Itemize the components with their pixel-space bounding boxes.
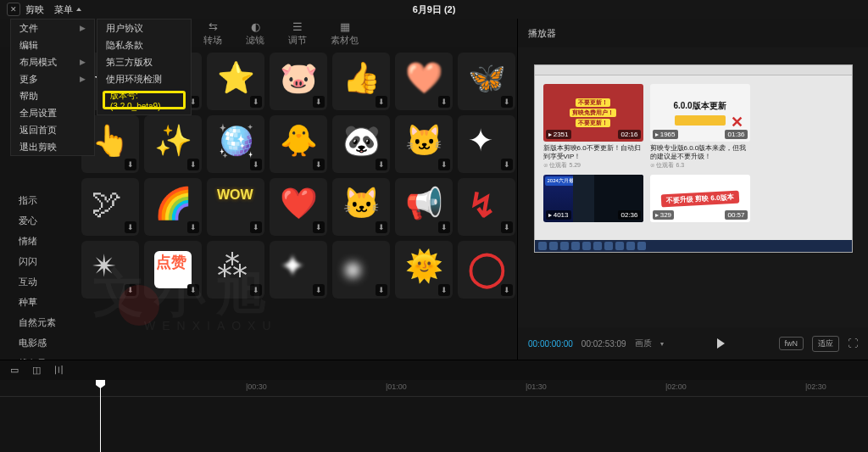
category-自然元素[interactable]: 自然元素 <box>0 312 75 332</box>
fwn-button[interactable]: fwN <box>779 337 804 350</box>
download-icon[interactable]: ⬇ <box>125 159 136 170</box>
quality-select[interactable]: 画质 <box>635 338 652 349</box>
timeline-toolbar: ▭ ◫ 〣 <box>0 360 868 380</box>
sticker-sun[interactable]: 🌞⬇ <box>395 241 453 299</box>
download-icon[interactable]: ⬇ <box>187 159 199 170</box>
sticker-wow-text[interactable]: WOW⬇ <box>207 178 264 236</box>
timeline[interactable]: |00:30|01:00|01:30|02:00|02:30 <box>0 380 868 452</box>
sticker-heart-hands[interactable]: ❤️⬇ <box>270 178 327 236</box>
download-icon[interactable]: ⬇ <box>250 159 262 170</box>
sticker-sparkle-dust[interactable]: ⁂⬇ <box>207 241 264 299</box>
download-icon[interactable]: ⬇ <box>187 221 199 233</box>
download-icon[interactable]: ⬇ <box>438 284 450 296</box>
timeline-ruler[interactable]: |00:30|01:00|01:30|02:00|02:30 <box>0 380 868 397</box>
download-icon[interactable]: ⬇ <box>376 221 387 233</box>
video-card[interactable]: 6.0.0版本更新✕▸ 196501:36剪映专业版6.0.0版本来袭，但我的建… <box>650 84 750 170</box>
tab-转场[interactable]: ⇆转场 <box>203 20 222 47</box>
menu-item-帮助[interactable]: 帮助 <box>11 87 94 104</box>
submenu-item-第三方版权[interactable]: 第三方版权 <box>97 53 191 70</box>
menu-item-编辑[interactable]: 编辑 <box>11 36 94 53</box>
category-线条风[interactable]: 线条风 <box>0 353 75 360</box>
download-icon[interactable]: ⬇ <box>438 159 450 170</box>
duration-badge: 02:16 <box>618 130 640 139</box>
sticker-panda[interactable]: 🐼⬇ <box>332 115 390 173</box>
sticker-heart-glow[interactable]: 🤎⬇ <box>395 53 453 110</box>
playhead[interactable] <box>100 380 101 452</box>
sticker-arrow-down-red[interactable]: ↯⬇ <box>458 178 515 236</box>
fullscreen-icon[interactable]: ⛶ <box>848 338 858 349</box>
play-button[interactable] <box>717 338 725 349</box>
category-指示[interactable]: 指示 <box>0 190 75 210</box>
menu-item-全局设置[interactable]: 全局设置 <box>11 104 94 121</box>
sticker-chick[interactable]: 🐥⬇ <box>270 115 327 173</box>
sticker-thumbs-up-3d[interactable]: 👍⬇ <box>332 53 390 110</box>
category-爱心[interactable]: 爱心 <box>0 210 75 231</box>
menu-item-更多[interactable]: 更多▶ <box>11 70 94 87</box>
pointer-tool[interactable]: ▭ <box>8 365 20 377</box>
sticker-dianzan-text[interactable]: 点赞⬇ <box>144 241 202 299</box>
download-icon[interactable]: ⬇ <box>438 221 450 233</box>
sticker-butterfly-glow[interactable]: ✦⬇ <box>270 241 327 299</box>
sticker-butterfly-white[interactable]: 🦋⬇ <box>458 53 515 110</box>
download-icon[interactable]: ⬇ <box>125 284 136 296</box>
menu-button[interactable]: 菜单 <box>54 3 81 16</box>
menu-item-布局模式[interactable]: 布局模式▶ <box>11 53 94 70</box>
sticker-megaphone[interactable]: 📢⬇ <box>395 178 453 236</box>
sticker-glow-blob[interactable]: ●⬇ <box>332 241 390 299</box>
category-电影感[interactable]: 电影感 <box>0 332 75 353</box>
sticker-cat-orange[interactable]: 🐱⬇ <box>395 115 453 173</box>
views-badge: ▸ 1965 <box>653 130 678 139</box>
submenu-item-使用环境检测[interactable]: 使用环境检测 <box>97 70 191 87</box>
download-icon[interactable]: ⬇ <box>313 96 325 108</box>
category-情绪[interactable]: 情绪 <box>0 231 75 251</box>
category-互动[interactable]: 互动 <box>0 271 75 292</box>
sticker-red-circle[interactable]: ◯⬇ <box>458 241 515 299</box>
menu-item-文件[interactable]: 文件▶ <box>11 20 94 36</box>
sticker-pig-face[interactable]: 🐷⬇ <box>270 53 327 110</box>
download-icon[interactable]: ⬇ <box>250 221 262 233</box>
menu-item-退出剪映[interactable]: 退出剪映 <box>11 138 94 155</box>
download-icon[interactable]: ⬇ <box>313 221 325 233</box>
select-tool[interactable]: ◫ <box>31 365 42 377</box>
download-icon[interactable]: ⬇ <box>187 284 199 296</box>
sticker-disco-ball[interactable]: 🪩⬇ <box>207 115 264 173</box>
download-icon[interactable]: ⬇ <box>376 284 387 296</box>
sticker-star-yellow[interactable]: ⭐⬇ <box>207 53 264 110</box>
sticker-rainbow[interactable]: 🌈⬇ <box>144 178 202 236</box>
sticker-sparkle-dots[interactable]: ✨⬇ <box>144 115 202 173</box>
video-card[interactable]: 2024六月最新软件▸ 401302:36 <box>543 175 643 222</box>
sticker-lens-flare[interactable]: ✴⬇ <box>81 241 139 299</box>
video-card[interactable]: 不要更新！剪映免费用户！不要更新！▸ 235102:16新版本剪映6.0不要更新… <box>543 84 643 170</box>
download-icon[interactable]: ⬇ <box>501 284 513 296</box>
download-icon[interactable]: ⬇ <box>376 96 387 108</box>
category-种草[interactable]: 种草 <box>0 292 75 312</box>
download-icon[interactable]: ⬇ <box>250 96 262 108</box>
tab-滤镜[interactable]: ◐滤镜 <box>246 20 264 47</box>
tab-素材包[interactable]: ▦素材包 <box>331 20 359 47</box>
submenu-item-用户协议[interactable]: 用户协议 <box>97 20 191 36</box>
download-icon[interactable]: ⬇ <box>501 221 513 233</box>
download-icon[interactable]: ⬇ <box>313 284 325 296</box>
tab-调节[interactable]: ☰调节 <box>288 20 307 47</box>
submenu-item-隐私条款[interactable]: 隐私条款 <box>97 36 191 53</box>
category-闪闪[interactable]: 闪闪 <box>0 251 75 271</box>
sticker-cat-white[interactable]: 🐱⬇ <box>332 178 390 236</box>
download-icon[interactable]: ⬇ <box>438 96 450 108</box>
sticker-star-4pt[interactable]: ✦⬇ <box>458 115 515 173</box>
download-icon[interactable]: ⬇ <box>501 159 513 170</box>
download-icon[interactable]: ⬇ <box>313 159 325 170</box>
sticker-wings[interactable]: 🕊⬇ <box>81 178 139 236</box>
category-list: 指示爱心情绪闪闪互动种草自然元素电影感线条风打开 <box>0 190 75 360</box>
download-icon[interactable]: ⬇ <box>250 284 262 296</box>
download-icon[interactable]: ⬇ <box>125 221 136 233</box>
megaphone-icon: 📢 <box>405 188 442 226</box>
download-icon[interactable]: ⬇ <box>376 159 387 170</box>
download-icon[interactable]: ⬇ <box>501 96 513 108</box>
more-submenu: 用户协议隐私条款第三方版权使用环境检测版本号: (3.2.0_beta9) <box>97 19 192 115</box>
duration-badge: 00:57 <box>725 210 747 220</box>
fit-button[interactable]: 适应 <box>812 336 839 352</box>
menu-item-返回首页[interactable]: 返回首页 <box>11 121 94 138</box>
ruler-tick: |01:30 <box>526 382 547 391</box>
video-card[interactable]: 不要升级 剪映 6.0版本▸ 32900:57 <box>650 175 750 222</box>
split-tool[interactable]: 〣 <box>53 365 64 377</box>
